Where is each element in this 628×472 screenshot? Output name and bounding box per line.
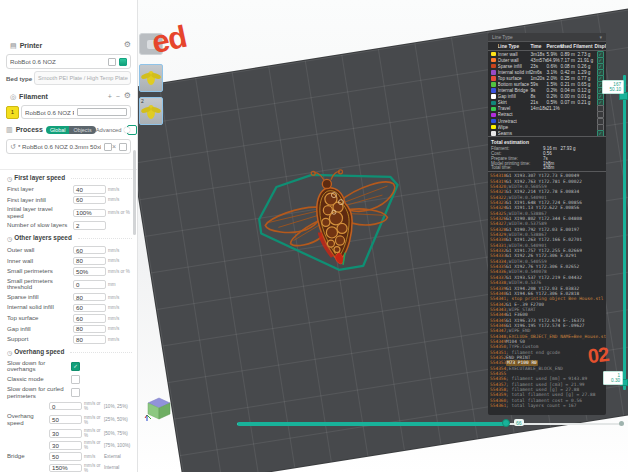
filament-preset-name: RobBot 0.6 NOZ PLA	[25, 109, 74, 116]
printer-gear-icon[interactable]	[124, 41, 131, 49]
setting-unit: mm/s	[108, 258, 132, 263]
setting-input[interactable]: 40	[73, 185, 106, 194]
legend-row: Inner wall 3m18s 5.9% 0.89 m 2.73 g	[488, 51, 606, 57]
setting-input[interactable]: 100%	[73, 209, 106, 218]
line-type-name: Sparse infill	[498, 64, 531, 69]
bed-type-select[interactable]: Smooth PEI Plate / High Temp Plate	[34, 71, 131, 85]
setting-checkbox[interactable]	[71, 388, 80, 397]
settings-row: Classic mode	[0, 374, 137, 385]
line-type-used: 0.00 m 0.01 g	[561, 94, 595, 99]
remove-filament-icon[interactable]	[116, 93, 120, 100]
setting-label: Small perimeters	[7, 268, 73, 275]
setting-label: Number of slow layers	[7, 222, 73, 229]
setting-label: Overhang speed	[14, 349, 66, 356]
setting-input[interactable]: 60	[73, 314, 106, 323]
printer-preset-select[interactable]: RobBot 0.6 NOZ	[6, 54, 131, 69]
setting-checkbox[interactable]	[71, 362, 80, 371]
setting-unit: mm/s	[108, 305, 132, 310]
settings-scrollbar[interactable]	[133, 150, 136, 235]
settings-row: 0 mm/s or % [10%, 25%)	[0, 400, 137, 412]
setting-input[interactable]: 60	[73, 196, 106, 205]
filament-icon	[10, 93, 16, 100]
printer-title: Printer	[20, 42, 120, 49]
settings-row: Slow down for overhangs	[0, 359, 137, 374]
setting-checkbox[interactable]	[71, 375, 80, 384]
process-preset-name: * RobBot 0.6 NOZ 0.3mm 50x80 travel 150	[18, 143, 101, 150]
line-type-time: 59s	[531, 82, 547, 87]
filament-title: Filament	[19, 93, 104, 100]
filament-color-swatch[interactable]: 1	[6, 106, 19, 119]
edit-filament-icon[interactable]	[77, 108, 128, 116]
total-estimation-title: Total estimation	[488, 136, 606, 146]
setting-input[interactable]: 50	[49, 452, 82, 461]
orange-watermark-text: 02	[587, 343, 610, 368]
line-type-used: 0.08 m 0.26 g	[561, 64, 595, 69]
save-preset-icon[interactable]	[104, 143, 112, 151]
line-type-percent: 0.6%	[547, 64, 561, 69]
setting-label: Overhang speed	[7, 413, 49, 426]
copy-icon[interactable]	[108, 58, 116, 66]
line-type-color-swatch	[491, 101, 496, 106]
line-type-percent: 64.9%	[547, 58, 561, 63]
line-type-color-swatch	[491, 58, 496, 63]
setting-input[interactable]: 50	[49, 415, 82, 424]
setting-label: First layer	[7, 186, 73, 193]
settings-row: Internal solid infill 60 mm/s	[0, 302, 137, 313]
setting-input[interactable]: 80	[73, 325, 106, 334]
filament-preset-select[interactable]: RobBot 0.6 NOZ PLA	[21, 105, 131, 119]
filament-gear-icon[interactable]	[124, 92, 131, 100]
setting-input[interactable]: 30	[49, 429, 82, 438]
bed-type-value: Smooth PEI Plate / High Temp Plate	[38, 75, 128, 81]
process-preset-select[interactable]: * RobBot 0.6 NOZ 0.3mm 50x80 travel 150	[6, 139, 131, 154]
setting-input[interactable]: 60	[73, 304, 106, 313]
settings-row: 30 mm/s or % [75%, 100%)	[0, 439, 137, 451]
move-slider-handle[interactable]	[502, 419, 510, 427]
scope-global-toggle[interactable]: Global	[46, 126, 70, 134]
settings-row: Bridge 50 mm/s External	[0, 451, 137, 462]
discard-changes-icon[interactable]	[112, 143, 116, 150]
connection-icon[interactable]	[119, 58, 127, 66]
setting-input[interactable]: 0	[73, 280, 106, 289]
setting-input[interactable]: 80	[73, 335, 106, 344]
plate-2-thumbnail[interactable]: 2	[139, 97, 163, 125]
orientation-cube[interactable]	[144, 394, 174, 424]
settings-row: Overhang speed	[0, 347, 137, 359]
setting-input[interactable]: 80	[73, 257, 106, 266]
setting-input[interactable]: 30	[49, 441, 82, 450]
settings-row: First layer 40 mm/s	[0, 184, 137, 195]
gcode-line[interactable]: 554361 ; total layers count = 167	[488, 403, 606, 408]
scope-objects-toggle[interactable]: Objects	[69, 126, 95, 134]
add-filament-icon[interactable]	[108, 93, 112, 100]
printer-preset-name: RobBot 0.6 NOZ	[10, 58, 105, 65]
settings-row: Slow down for curled perimeters	[0, 385, 137, 400]
view-type-dropdown[interactable]: Line Type ▾	[488, 33, 606, 42]
section-clock-icon	[7, 349, 12, 356]
setting-input[interactable]: 150%	[49, 464, 82, 472]
plate-1-bee-preview	[140, 65, 162, 91]
gcode-viewer[interactable]: 554318 G1 X193.307 Y172.73 E.00049 55431…	[488, 171, 606, 415]
setting-label: Slow down for curled perimeters	[7, 386, 71, 399]
history-icon[interactable]	[10, 143, 16, 150]
setting-input[interactable]: 80	[73, 293, 106, 302]
line-type-name: Bottom surface	[498, 82, 531, 87]
plate-1-thumbnail[interactable]	[139, 64, 163, 92]
settings-row: Gap infill 80 mm/s	[0, 324, 137, 335]
line-type-time: 2m6s	[531, 70, 547, 75]
line-type-color-swatch	[491, 107, 496, 112]
setting-input[interactable]: 50%	[73, 267, 106, 276]
line-type-time: 1m20s	[531, 76, 547, 81]
setting-input[interactable]: 2	[73, 221, 106, 230]
line-type-time: 21s	[531, 100, 547, 105]
setting-input[interactable]: 0	[49, 402, 82, 411]
bee-model-toolpath[interactable]	[238, 154, 440, 322]
legend-table-header: Line Type Time Percent Used Filament Dis…	[488, 42, 606, 51]
gcode-line-text: ; total layers count = 167	[506, 403, 576, 408]
search-icon[interactable]	[119, 143, 127, 151]
layer-slider-track[interactable]	[623, 75, 626, 390]
printer-icon	[10, 42, 17, 49]
bed-type-row: Bed type Smooth PEI Plate / High Temp Pl…	[6, 71, 131, 85]
line-type-percent: 2.0%	[547, 76, 561, 81]
setting-input[interactable]: 60	[73, 246, 106, 255]
settings-list: First layer speed First layer 40 mm/s Fi…	[0, 170, 137, 472]
line-type-percent: 0.2%	[547, 94, 561, 99]
